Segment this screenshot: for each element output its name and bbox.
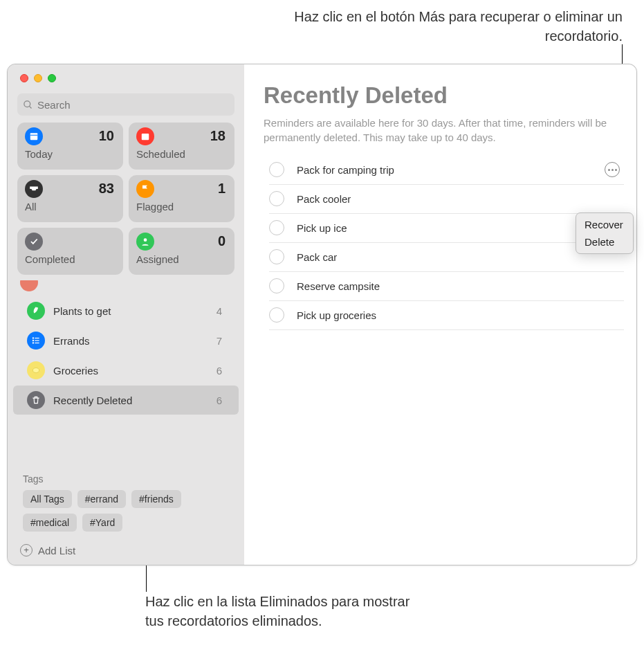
svg-point-6 <box>144 238 147 242</box>
list-count: 7 <box>217 335 222 347</box>
reminder-row[interactable]: Pack cooler <box>269 185 624 214</box>
card-label: All <box>25 201 116 212</box>
menu-delete[interactable]: Delete <box>576 233 633 251</box>
complete-toggle[interactable] <box>269 191 284 206</box>
card-count: 83 <box>99 181 114 197</box>
lemon-icon <box>27 361 45 379</box>
card-label: Completed <box>25 253 116 265</box>
list-count: 6 <box>217 395 222 406</box>
svg-line-1 <box>29 106 31 108</box>
list-row-recently-deleted[interactable]: Recently Deleted 6 <box>13 386 239 415</box>
list-bullet-icon <box>27 332 45 350</box>
svg-point-9 <box>33 340 33 341</box>
complete-toggle[interactable] <box>269 162 284 177</box>
tag-all[interactable]: All Tags <box>23 490 72 508</box>
trash-icon <box>27 391 45 409</box>
card-count: 1 <box>218 181 226 197</box>
callout-more-button: Haz clic en el botón Más para recuperar … <box>256 7 623 46</box>
add-list-label: Add List <box>38 545 75 556</box>
reminder-row[interactable]: Pick up groceries <box>269 301 624 330</box>
svg-rect-4 <box>30 133 38 134</box>
tray-icon <box>25 180 43 198</box>
reminder-row[interactable]: Pack for camping trip <box>269 156 624 185</box>
list-row-errands[interactable]: Errands 7 <box>13 326 239 355</box>
reminder-title: Pack car <box>297 251 624 263</box>
reminder-row[interactable]: Reserve campsite <box>269 272 624 301</box>
list-row-plants[interactable]: Plants to get 4 <box>13 296 239 325</box>
reminder-title: Pack cooler <box>297 193 624 205</box>
list-name: Errands <box>53 335 217 347</box>
calendar-icon <box>25 127 43 145</box>
sidebar: 10 Today 18 Scheduled 83 All <box>8 64 244 565</box>
tag-medical[interactable]: #medical <box>23 514 77 532</box>
close-icon[interactable] <box>20 74 28 82</box>
complete-toggle[interactable] <box>269 249 284 264</box>
list-name: Groceries <box>53 365 217 377</box>
context-menu: Recover Delete <box>576 212 634 254</box>
minimize-icon[interactable] <box>34 74 42 82</box>
person-icon <box>136 233 154 251</box>
flag-icon <box>136 180 154 198</box>
card-label: Flagged <box>136 201 227 212</box>
card-count: 0 <box>218 233 226 249</box>
smart-lists-grid: 10 Today 18 Scheduled 83 All <box>8 123 244 280</box>
list-name: Recently Deleted <box>53 395 217 406</box>
list-count: 4 <box>217 305 222 317</box>
card-label: Assigned <box>136 253 227 265</box>
add-list-button[interactable]: + Add List <box>8 537 244 565</box>
menu-recover[interactable]: Recover <box>576 216 633 233</box>
fullscreen-icon[interactable] <box>48 74 56 82</box>
svg-rect-5 <box>142 134 149 140</box>
leaf-icon <box>27 302 45 320</box>
card-all[interactable]: 83 All <box>17 175 123 222</box>
more-button[interactable] <box>605 162 620 177</box>
svg-point-7 <box>33 338 33 338</box>
card-count: 10 <box>99 128 114 144</box>
main-content: Recently Deleted Reminders are available… <box>244 64 636 565</box>
tag-friends[interactable]: #friends <box>131 490 181 508</box>
card-count: 18 <box>210 128 226 144</box>
callout-deleted-list: Haz clic en la lista Eliminados para mos… <box>145 592 422 631</box>
reminder-title: Pack for camping trip <box>297 164 605 176</box>
ellipsis-icon <box>608 169 617 171</box>
complete-toggle[interactable] <box>269 220 284 235</box>
list-row-partial[interactable] <box>17 283 234 296</box>
list-row-groceries[interactable]: Groceries 6 <box>13 356 239 385</box>
complete-toggle[interactable] <box>269 307 284 323</box>
calendar-icon <box>136 127 154 145</box>
list-icon <box>20 280 38 291</box>
svg-point-0 <box>24 100 30 107</box>
list-name: Plants to get <box>53 305 217 317</box>
tag-yard[interactable]: #Yard <box>82 514 122 532</box>
card-label: Today <box>25 148 116 160</box>
card-scheduled[interactable]: 18 Scheduled <box>129 123 234 170</box>
lists-section: Plants to get 4 Errands 7 Groceries 6 <box>8 280 244 467</box>
card-assigned[interactable]: 0 Assigned <box>129 228 234 275</box>
card-flagged[interactable]: 1 Flagged <box>129 175 234 222</box>
svg-point-11 <box>33 343 33 343</box>
reminder-title: Pick up groceries <box>297 309 624 321</box>
svg-point-13 <box>33 368 39 373</box>
search-icon <box>23 100 33 110</box>
card-label: Scheduled <box>136 148 227 160</box>
window-controls <box>8 64 244 89</box>
tags-heading: Tags <box>23 473 232 485</box>
card-completed[interactable]: Completed <box>17 228 123 275</box>
checkmark-icon <box>25 233 43 251</box>
page-title: Recently Deleted <box>264 82 624 109</box>
list-count: 6 <box>217 365 222 377</box>
reminders-window: 10 Today 18 Scheduled 83 All <box>7 64 637 565</box>
plus-circle-icon: + <box>20 544 33 556</box>
page-subtitle: Reminders are available here for 30 days… <box>264 116 624 145</box>
tag-errand[interactable]: #errand <box>77 490 126 508</box>
search-input[interactable] <box>37 99 229 111</box>
tags-section: Tags All Tags #errand #friends #medical … <box>8 467 244 537</box>
search-field[interactable] <box>17 93 234 116</box>
reminder-row[interactable]: Pick up ice <box>269 214 624 243</box>
reminder-row[interactable]: Pack car <box>269 243 624 272</box>
complete-toggle[interactable] <box>269 278 284 293</box>
card-today[interactable]: 10 Today <box>17 123 123 170</box>
reminder-title: Reserve campsite <box>297 280 624 292</box>
